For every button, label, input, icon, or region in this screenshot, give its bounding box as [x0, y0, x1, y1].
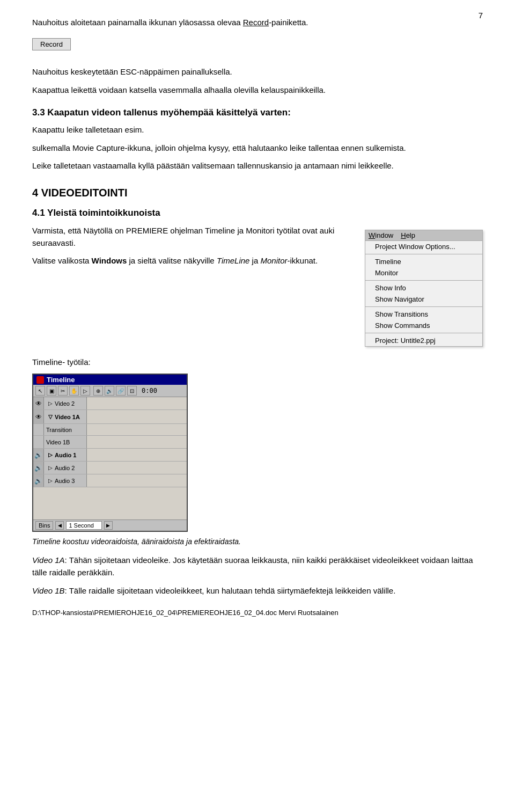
track-expand-audio1[interactable]: ▷: [46, 449, 55, 461]
track-name-video1a: Video 1A: [55, 414, 80, 420]
timeline-caption: Timeline koostuu videoraidoista, äänirai…: [32, 536, 483, 547]
track-eye-audio1[interactable]: 🔊: [33, 449, 44, 461]
timeline-tracks: 👁 ▷ Video 2 👁 ▽ Video 1A Transition: [33, 397, 187, 520]
track-expand-video2[interactable]: ▷: [46, 397, 55, 409]
track-row-video1b: Video 1B: [33, 436, 187, 449]
video1a-paragraph: Video 1A: Tähän sijoitetaan videoleike. …: [32, 554, 483, 579]
tool-btn-razor[interactable]: ✂: [58, 386, 68, 396]
track-label-video1a: ▽ Video 1A: [44, 410, 87, 423]
timeline-footer: Bins ◀ 1 Second ▶: [33, 520, 187, 531]
timeline-titlebar: Timeline: [33, 375, 187, 385]
track-row-audio1: 🔊 ▷ Audio 1: [33, 449, 187, 462]
video1b-text: : Tälle raidalle sijoitetaan videoleikke…: [65, 586, 396, 595]
menu-separator-3: [365, 306, 482, 307]
tool-btn-play[interactable]: ▷: [80, 386, 90, 396]
body41-2-italic2: Monitor: [260, 256, 287, 265]
track-eye-video1b-spacer: [33, 436, 44, 448]
track-row-transition: Transition: [33, 424, 187, 436]
duration-dropdown[interactable]: 1 Second: [66, 521, 101, 530]
footer-arrow-right[interactable]: ▶: [104, 521, 113, 530]
tool-btn-hand[interactable]: ✋: [69, 386, 79, 396]
body41-2-end2: -ikkunat.: [288, 256, 318, 265]
track-label-video2: ▷ Video 2: [44, 397, 87, 409]
track-label-audio2: ▷ Audio 2: [44, 462, 87, 474]
track-content-audio2: [87, 462, 187, 474]
track-content-video2: [87, 397, 187, 409]
record-button: Record: [32, 38, 71, 50]
menu-separator-2: [365, 280, 482, 281]
body41-2-bold: Windows: [92, 256, 127, 265]
track-label-video1b: Video 1B: [44, 436, 87, 448]
track-label-audio3: ▷ Audio 3: [44, 474, 87, 487]
bins-button[interactable]: Bins: [35, 521, 53, 530]
track-expand-audio2[interactable]: ▷: [46, 462, 55, 474]
body41-2-end: ja: [249, 256, 260, 265]
tool-btn-arrow[interactable]: ↖: [35, 386, 45, 396]
track-eye-audio2[interactable]: 🔊: [33, 462, 44, 474]
section-33-body3: Leike talletetaan vastaamalla kyllä pääs…: [32, 159, 483, 172]
track-eye-video2[interactable]: 👁: [33, 397, 44, 409]
video1b-label: Video 1B: [32, 586, 65, 595]
section-33-body: Kaapattu leike talletetaan esim.: [32, 123, 483, 136]
menu-item-timeline: Timeline: [365, 256, 482, 267]
window-menu-title: Window: [369, 231, 393, 239]
content-left-41: Varmista, että Näytöllä on PREMIERE ohje…: [32, 224, 354, 347]
timeline-label: Timeline- työtila:: [32, 356, 483, 369]
timeline-empty-area: [33, 487, 187, 520]
video1a-text: : Tähän sijoitetaan videoleike. Jos käyt…: [32, 555, 473, 577]
track-name-audio3: Audio 3: [55, 478, 75, 484]
timeline-toolbar: ↖ ▣ ✂ ✋ ▷ ⊕ 🔊 🔗 ⊡ 0:00: [33, 385, 187, 397]
menu-item-show-info: Show Info: [365, 282, 482, 294]
tool-btn-range[interactable]: ▣: [47, 386, 56, 396]
footer-arrow-left[interactable]: ◀: [55, 521, 64, 530]
menu-item-monitor: Monitor: [365, 267, 482, 279]
transition-label-cell: Transition: [44, 424, 87, 435]
page-number: 7: [479, 11, 483, 20]
video1a-label: Video 1A: [32, 555, 65, 565]
timeline-titlebar-icon: [36, 376, 44, 384]
track-name-video2: Video 2: [55, 400, 75, 407]
content-row-41: Varmista, että Näytöllä on PREMIERE ohje…: [32, 224, 483, 347]
intro-paragraph-2: Nauhoitus keskeytetään ESC-näppäimen pai…: [32, 65, 483, 78]
track-label-audio1: ▷ Audio 1: [44, 449, 87, 461]
section-33-body2: sulkemalla Movie Capture-ikkuna, jolloin…: [32, 142, 483, 154]
menu-item-project-options: Project Window Options...: [365, 241, 482, 252]
track-row-audio3: 🔊 ▷ Audio 3: [33, 474, 187, 487]
track-expand-video1a[interactable]: ▽: [46, 410, 55, 423]
track-row-video1a: 👁 ▽ Video 1A: [33, 410, 187, 424]
section-33-heading: 3.3 Kaapatun videon tallenus myöhempää k…: [32, 106, 483, 120]
help-menu-title: Help: [401, 231, 415, 239]
intro-paragraph-3: Kaapattua leikettä voidaan katsella vase…: [32, 84, 483, 96]
track-content-video1b: [87, 436, 187, 448]
tool-btn-link[interactable]: 🔗: [116, 386, 126, 396]
track-content-audio3: [87, 474, 187, 487]
track-row-audio2: 🔊 ▷ Audio 2: [33, 462, 187, 474]
timeline-title: Timeline: [47, 376, 75, 384]
transition-content: [87, 424, 187, 435]
intro1-text: Nauhoitus aloitetaan painamalla ikkunan …: [32, 18, 243, 27]
track-name-audio2: Audio 2: [55, 465, 75, 471]
record-button-image: Record: [32, 34, 483, 58]
track-name-video1b: Video 1B: [46, 439, 70, 445]
tool-btn-audio[interactable]: 🔊: [105, 386, 114, 396]
track-expand-audio3[interactable]: ▷: [46, 474, 55, 487]
video1b-paragraph: Video 1B: Tälle raidalle sijoitetaan vid…: [32, 584, 483, 597]
chapter4-rest: I: [124, 187, 128, 199]
track-content-video1a: [87, 410, 187, 423]
window-menu-bar: Window Help: [365, 230, 482, 241]
menu-item-show-navigator: Show Navigator: [365, 294, 482, 305]
menu-item-project-file: Project: Untitle2.ppj: [365, 335, 482, 346]
track-eye-video1a[interactable]: 👁: [33, 410, 44, 423]
menu-item-show-transitions: Show Transitions: [365, 309, 482, 320]
track-content-audio1: [87, 449, 187, 461]
track-row-video2: 👁 ▷ Video 2: [33, 397, 187, 410]
tool-btn-zoom[interactable]: ⊕: [93, 386, 103, 396]
timeline-window: Timeline ↖ ▣ ✂ ✋ ▷ ⊕ 🔊 🔗 ⊡ 0:00 👁 ▷ Vide…: [32, 374, 188, 532]
chapter4-text: 4 VIDEOEDITOINT: [32, 187, 124, 199]
menu-separator-4: [365, 333, 482, 333]
intro-paragraph-1: Nauhoitus aloitetaan painamalla ikkunan …: [32, 16, 483, 28]
track-eye-audio3[interactable]: 🔊: [33, 474, 44, 487]
body41-2-mid: ja sieltä valitse näkyville: [127, 256, 217, 265]
tool-btn-snap[interactable]: ⊡: [127, 386, 137, 396]
window-menu-screenshot: Window Help Project Window Options... Ti…: [365, 230, 483, 347]
